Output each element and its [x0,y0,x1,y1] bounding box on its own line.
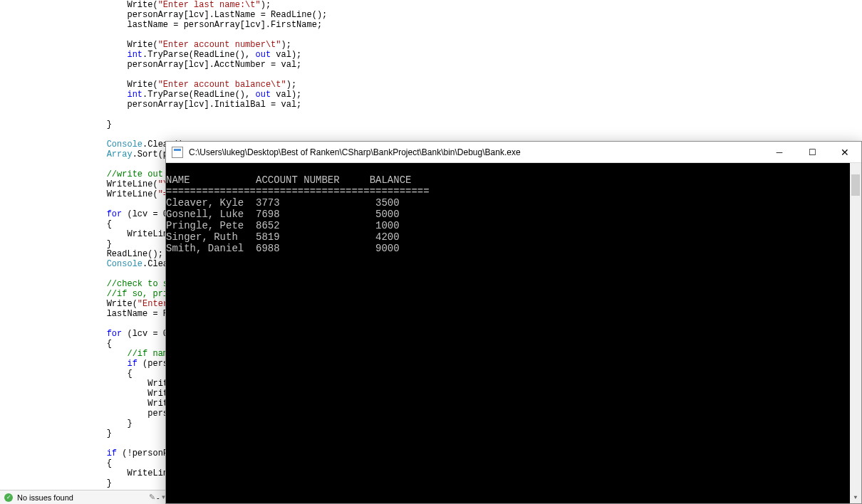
check-icon: ✓ [4,493,13,502]
code-line[interactable]: int.TryParse(ReadLine(), out val); [14,90,862,100]
console-app-icon [172,147,183,158]
pencil-icon: ✎ [149,493,155,502]
console-output[interactable]: NAME ACCOUNT NUMBER BALANCE ============… [166,163,861,503]
dash: - [157,493,160,502]
vertical-scrollbar[interactable]: ▲ ▼ [850,163,861,503]
scroll-down-icon[interactable]: ▼ [850,492,861,503]
status-dropdown[interactable]: ✎ - ▼ [149,493,167,502]
code-line[interactable] [14,30,862,40]
window-controls: ─ ☐ ✕ [763,142,861,162]
console-titlebar[interactable]: C:\Users\lukeg\Desktop\Best of Ranken\CS… [166,142,861,163]
code-line[interactable] [14,70,862,80]
code-line[interactable]: Write("Enter account number\t"); [14,40,862,50]
console-text: NAME ACCOUNT NUMBER BALANCE ============… [166,163,861,254]
code-line[interactable]: personArray[lcv].AcctNumber = val; [14,60,862,70]
issues-text: No issues found [17,493,73,502]
code-line[interactable]: Write("Enter account balance\t"); [14,80,862,90]
minimize-button[interactable]: ─ [763,142,796,162]
code-line[interactable]: personArray[lcv].InitialBal = val; [14,100,862,110]
code-line[interactable]: Write("Enter last name:\t"); [14,0,862,10]
maximize-button[interactable]: ☐ [796,142,829,162]
code-line[interactable] [14,110,862,120]
code-line[interactable]: int.TryParse(ReadLine(), out val); [14,50,862,60]
close-button[interactable]: ✕ [829,142,861,162]
code-line[interactable]: personArray[lcv].LastName = ReadLine(); [14,10,862,20]
console-window: C:\Users\lukeg\Desktop\Best of Ranken\CS… [165,141,862,504]
code-line[interactable]: } [14,120,862,130]
scrollbar-thumb[interactable] [851,174,860,196]
code-line[interactable]: lastName = personArray[lcv].FirstName; [14,20,862,30]
console-title: C:\Users\lukeg\Desktop\Best of Ranken\CS… [189,147,521,157]
code-line[interactable] [14,130,862,140]
